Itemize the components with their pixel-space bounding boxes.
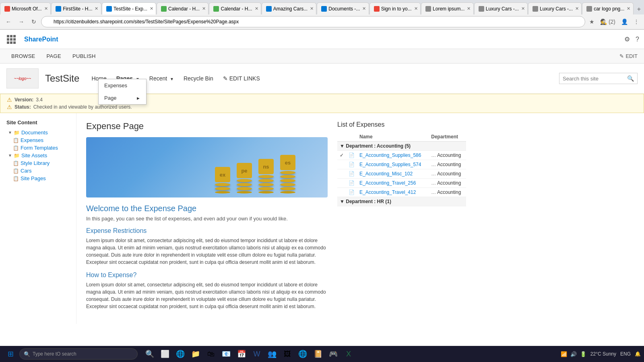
taskbar-app-chrome[interactable]: 🌐 [295,347,310,361]
tab-10[interactable]: Luxury Cars -... ✕ [474,2,528,14]
site-search-icon[interactable]: 🔍 [627,75,634,82]
taskbar-app-photos[interactable]: 🖼 [280,347,295,361]
ribbon-browse[interactable]: BROWSE [6,51,40,62]
tab-5[interactable]: Calendar - H... ✕ [209,2,261,14]
row4-check[interactable] [337,179,346,188]
taskbar-app-explorer[interactable]: 📁 [188,347,203,361]
tab-close-2[interactable]: ✕ [95,6,98,11]
waffle-menu[interactable] [5,33,18,46]
dept-collapse-icon[interactable]: ▼ [340,143,345,149]
row3-check[interactable] [337,169,346,179]
tab-4[interactable]: Calendar - H... ✕ [157,2,208,14]
taskbar-search-box[interactable]: 🔍 Type here tO search [19,348,138,360]
edit-button[interactable]: ✎ EDIT [619,53,638,59]
tab-close-5[interactable]: ✕ [255,6,258,11]
taskbar-search-text[interactable]: Type here tO search [33,351,76,357]
tab-2[interactable]: FirstSite - H... ✕ [51,2,101,14]
dept-hr-collapse-icon[interactable]: ▼ [340,199,345,204]
taskbar-notification-icon[interactable]: 🔔 [635,351,641,357]
row2-more[interactable]: … [431,162,436,167]
tab-close-11[interactable]: ✕ [575,6,579,11]
taskbar-app-edge[interactable]: 🌐 [173,347,188,361]
taskbar-app-mail[interactable]: 📧 [219,347,233,361]
tab-close-4[interactable]: ✕ [202,6,206,11]
row5-more[interactable]: … [431,189,436,195]
sidebar-item-site-pages[interactable]: 📋 Site Pages [6,175,70,182]
reload-button[interactable]: ↻ [29,17,39,27]
dropdown-item-expenses[interactable]: Expenses [99,79,146,92]
tab-close-6[interactable]: ✕ [310,6,314,11]
sidebar-item-form-templates[interactable]: 📋 Form Templates [6,144,70,152]
start-button[interactable]: ⊞ [3,347,18,361]
taskbar-app-onenote[interactable]: 📔 [311,347,325,361]
profile-icon[interactable]: 👤 [619,18,630,26]
settings-icon[interactable]: ⋮ [632,18,641,26]
forward-button[interactable]: → [16,17,27,27]
tray-volume-icon[interactable]: 🔊 [570,351,577,357]
ribbon-publish[interactable]: PUBLISH [68,51,101,62]
new-tab-button[interactable]: + [634,4,644,14]
nav-recent[interactable]: Recent ▼ [145,73,178,84]
taskbar-app-word[interactable]: W [250,347,264,361]
tab-close-3[interactable]: ✕ [150,6,153,11]
help-icon[interactable]: ? [636,36,639,43]
tab-8[interactable]: Sign in to yo... ✕ [369,2,421,14]
tree-toggle-documents[interactable]: ▼ [8,130,12,135]
taskbar-app-taskview[interactable]: ⬜ [158,347,172,361]
tab-close-10[interactable]: ✕ [521,6,525,11]
site-search-input[interactable] [563,76,627,82]
tab-3[interactable]: TestSite - Exp... ✕ [102,2,156,14]
site-search-box[interactable]: 🔍 [559,73,638,84]
tray-battery-icon[interactable]: 🔋 [580,351,586,357]
taskbar-app-teams[interactable]: 👥 [265,347,279,361]
tab-1[interactable]: Microsoft Of... ✕ [0,2,51,14]
sidebar-item-documents[interactable]: ▼ 📁 Documents [6,129,70,136]
row5-name[interactable]: E_Accounting_Travel_412 [357,188,429,197]
tab-7[interactable]: Documents -... ✕ [317,2,369,14]
warning-icon-1: ⚠ [7,97,12,103]
taskbar-app-gamepad[interactable]: 🎮 [326,347,341,361]
sidebar-item-expenses[interactable]: 📋 Expenses [6,136,70,144]
tab-11[interactable]: Luxury Cars -... ✕ [528,2,582,14]
ribbon-page[interactable]: PAGE [42,51,66,62]
row4-more[interactable]: … [431,180,436,186]
back-button[interactable]: ← [3,17,14,27]
dropdown-item-page[interactable]: Page ► [99,92,146,104]
row3-more[interactable]: … [431,171,436,177]
row2-check[interactable] [337,160,346,169]
row3-name[interactable]: E_Accounting_Misc_102 [357,169,429,179]
tab-label-1: Microsoft Of... [12,6,42,12]
excel-icon-5: 📄 [349,189,355,195]
nav-recycle-bin[interactable]: Recycle Bin [180,73,217,84]
row5-check[interactable] [337,188,346,197]
tab-6[interactable]: Amazing Cars... ✕ [262,2,316,14]
address-input[interactable] [41,16,585,27]
tray-network-icon[interactable]: 📶 [561,351,567,357]
taskbar-app-excel[interactable]: X [341,347,356,361]
tab-close-8[interactable]: ✕ [414,6,418,11]
nav-edit-links[interactable]: ✎ EDIT LINKS [219,73,264,84]
sidebar-item-site-assets[interactable]: ▼ 📁 Site Assets [6,152,70,159]
dept-header-accounting[interactable]: ▼ Department : Accounting (5) [337,142,466,151]
row2-name[interactable]: E_Accounting_Supplies_574 [357,160,429,169]
sidebar-item-cars[interactable]: 📋 Cars [6,167,70,175]
tab-12[interactable]: car logo png... ✕ [582,2,633,14]
taskbar-app-store[interactable]: 🛍 [204,347,218,361]
tab-close-1[interactable]: ✕ [44,6,48,11]
tab-close-9[interactable]: ✕ [467,6,471,11]
coin-9 [258,187,274,190]
settings-gear-icon[interactable]: ⚙ [624,35,630,43]
bookmark-icon[interactable]: ★ [588,18,596,26]
taskbar-app-search[interactable]: 🔍 [142,347,157,361]
row1-name[interactable]: E_Accounting_Supplies_586 [357,151,429,160]
tab-close-7[interactable]: ✕ [362,6,366,11]
row1-check[interactable]: ✓ [337,151,346,160]
row4-name[interactable]: E_Accounting_Travel_256 [357,179,429,188]
tree-toggle-site-assets[interactable]: ▼ [8,153,12,158]
sidebar-item-style-library[interactable]: 📋 Style Library [6,159,70,167]
tab-9[interactable]: Lorem ipsum... ✕ [421,2,474,14]
taskbar-app-calendar[interactable]: 📅 [234,347,249,361]
row1-more[interactable]: … [431,152,436,158]
dept-header-hr[interactable]: ▼ Department : HR (1) [337,197,466,206]
tab-close-12[interactable]: ✕ [627,6,630,11]
